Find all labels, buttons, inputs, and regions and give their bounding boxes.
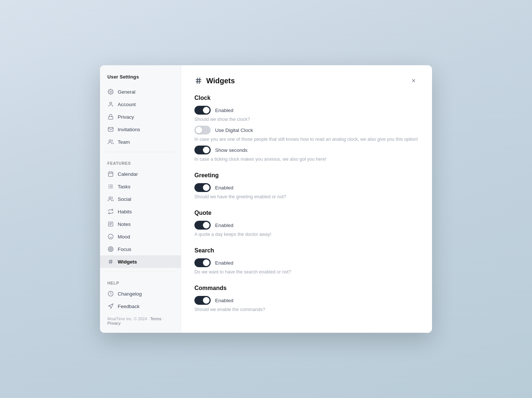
sidebar-item-label-calendar: Calendar bbox=[118, 171, 138, 177]
sidebar-item-label-widgets: Widgets bbox=[118, 259, 137, 265]
commands-enabled-toggle[interactable] bbox=[194, 296, 211, 305]
clock-section-title: Clock bbox=[194, 95, 419, 101]
search-section: Search Enabled Do we want to have the se… bbox=[194, 247, 419, 275]
sidebar-item-invitations[interactable]: Invitations bbox=[100, 123, 181, 136]
greeting-enabled-track bbox=[194, 183, 211, 192]
sidebar-item-label-social: Social bbox=[118, 196, 131, 202]
page-title: Widgets bbox=[206, 77, 235, 85]
clock-enabled-track bbox=[194, 106, 211, 115]
sidebar-item-social[interactable]: Social bbox=[100, 193, 181, 205]
use-digital-clock-desc: In case you are one of those people that… bbox=[194, 137, 419, 142]
sidebar-item-notes[interactable]: Notes bbox=[100, 218, 181, 230]
privacy-link[interactable]: Privacy bbox=[107, 321, 121, 325]
sidebar-item-general[interactable]: General bbox=[100, 85, 181, 98]
tasks-icon bbox=[107, 183, 114, 190]
show-seconds-track bbox=[194, 146, 211, 154]
close-button[interactable]: × bbox=[408, 76, 419, 86]
svg-point-0 bbox=[110, 91, 111, 92]
use-digital-clock-label: Use Digital Clock bbox=[215, 128, 253, 133]
svg-line-30 bbox=[197, 78, 198, 84]
search-enabled-toggle[interactable] bbox=[194, 258, 211, 267]
changelog-icon bbox=[107, 290, 114, 297]
sidebar-item-tasks[interactable]: Tasks bbox=[100, 180, 181, 193]
social-icon bbox=[107, 196, 114, 202]
sidebar-item-label-notes: Notes bbox=[118, 221, 131, 227]
mood-icon bbox=[107, 233, 114, 240]
sidebar-item-focus[interactable]: Focus bbox=[100, 243, 181, 255]
commands-enabled-desc: Should we enable the commands? bbox=[194, 307, 419, 312]
people-icon bbox=[107, 139, 114, 145]
svg-point-1 bbox=[110, 102, 111, 104]
sidebar: User Settings General Account bbox=[100, 65, 181, 333]
sidebar-item-team[interactable]: Team bbox=[100, 136, 181, 148]
habits-icon bbox=[107, 208, 114, 215]
svg-point-11 bbox=[109, 197, 111, 199]
lock-icon bbox=[107, 114, 114, 120]
search-section-title: Search bbox=[194, 247, 419, 254]
sidebar-footer: MoaiTime Inc. © 2024 · Terms · Privacy bbox=[100, 313, 181, 327]
sidebar-help-group: Changelog Feedback bbox=[100, 287, 181, 313]
svg-point-20 bbox=[109, 248, 112, 251]
sidebar-item-account[interactable]: Account bbox=[100, 98, 181, 111]
sidebar-item-label-tasks: Tasks bbox=[118, 184, 131, 189]
person-icon bbox=[107, 101, 114, 108]
sidebar-item-label-general: General bbox=[118, 89, 135, 95]
sidebar-item-calendar[interactable]: Calendar bbox=[100, 168, 181, 180]
commands-enabled-row: Enabled bbox=[194, 296, 419, 305]
sidebar-account-group: General Account Privacy bbox=[100, 85, 181, 148]
mail-icon bbox=[107, 126, 114, 133]
clock-enabled-toggle[interactable] bbox=[194, 106, 211, 115]
quote-enabled-desc: A quote a day keeps the doctor away! bbox=[194, 232, 419, 237]
search-enabled-desc: Do we want to have the search enabled or… bbox=[194, 269, 419, 275]
show-seconds-desc: In case a ticking clock makes you anxiou… bbox=[194, 157, 419, 162]
sidebar-item-label-account: Account bbox=[118, 102, 136, 107]
calendar-icon bbox=[107, 171, 114, 177]
clock-enabled-label: Enabled bbox=[215, 108, 234, 113]
use-digital-clock-toggle[interactable] bbox=[194, 126, 211, 135]
sidebar-item-widgets[interactable]: Widgets bbox=[100, 255, 181, 268]
quote-enabled-label: Enabled bbox=[215, 223, 234, 228]
widgets-header-icon bbox=[194, 77, 203, 85]
notes-icon bbox=[107, 221, 114, 227]
greeting-enabled-desc: Should we have the greeting enabled or n… bbox=[194, 194, 419, 199]
main-header: Widgets × bbox=[194, 76, 419, 86]
sidebar-item-label-feedback: Feedback bbox=[118, 304, 139, 309]
sidebar-item-label-focus: Focus bbox=[118, 247, 131, 252]
sidebar-features-group: Calendar Tasks Social bbox=[100, 168, 181, 268]
sidebar-item-label-team: Team bbox=[118, 139, 130, 145]
commands-enabled-label: Enabled bbox=[215, 298, 234, 303]
show-seconds-toggle[interactable] bbox=[194, 146, 211, 154]
greeting-section: Greeting Enabled Should we have the gree… bbox=[194, 172, 419, 199]
greeting-enabled-row: Enabled bbox=[194, 183, 419, 192]
sidebar-item-feedback[interactable]: Feedback bbox=[100, 300, 181, 313]
digital-clock-track bbox=[194, 126, 211, 135]
help-section-label: Help bbox=[100, 276, 181, 287]
svg-rect-4 bbox=[108, 172, 113, 177]
show-seconds-label: Show seconds bbox=[215, 147, 248, 153]
quote-section-title: Quote bbox=[194, 210, 419, 216]
terms-link[interactable]: Terms bbox=[150, 317, 161, 321]
sidebar-item-habits[interactable]: Habits bbox=[100, 205, 181, 218]
sidebar-title: User Settings bbox=[100, 74, 181, 85]
sidebar-item-mood[interactable]: Mood bbox=[100, 230, 181, 243]
svg-rect-2 bbox=[108, 116, 113, 119]
greeting-section-title: Greeting bbox=[194, 172, 419, 179]
quote-enabled-track bbox=[194, 221, 211, 230]
main-content: Widgets × Clock Enabled Should we show t… bbox=[181, 65, 432, 333]
svg-line-24 bbox=[110, 259, 110, 264]
quote-enabled-toggle[interactable] bbox=[194, 221, 211, 230]
greeting-enabled-label: Enabled bbox=[215, 185, 234, 191]
sidebar-item-label-privacy: Privacy bbox=[118, 114, 134, 120]
search-enabled-track bbox=[194, 258, 211, 267]
commands-enabled-track bbox=[194, 296, 211, 305]
sidebar-item-privacy[interactable]: Privacy bbox=[100, 111, 181, 123]
sidebar-item-changelog[interactable]: Changelog bbox=[100, 287, 181, 300]
search-enabled-row: Enabled bbox=[194, 258, 419, 267]
greeting-enabled-toggle[interactable] bbox=[194, 183, 211, 192]
clock-enabled-row: Enabled bbox=[194, 106, 419, 115]
sidebar-item-label-habits: Habits bbox=[118, 209, 132, 214]
widgets-icon bbox=[107, 258, 114, 265]
sidebar-divider-2 bbox=[106, 272, 175, 272]
clock-section: Clock Enabled Should we show the clock? bbox=[194, 95, 419, 162]
main-header-left: Widgets bbox=[194, 77, 235, 85]
